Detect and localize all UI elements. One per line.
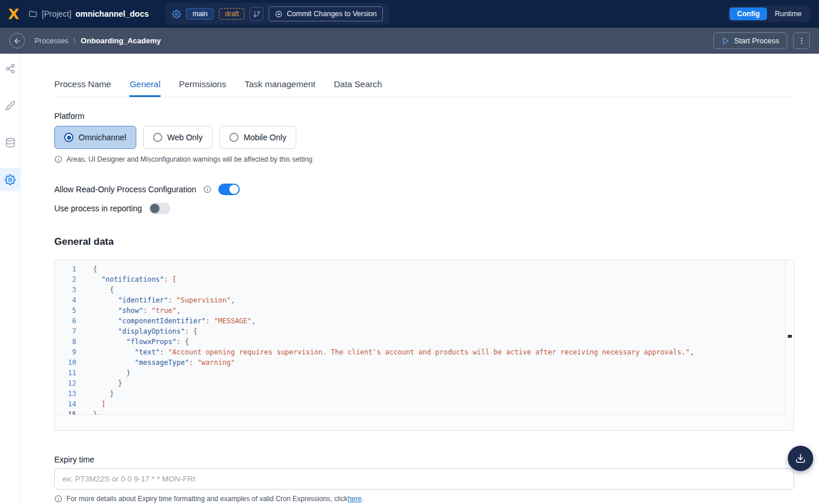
expiry-label: Expiry time <box>54 455 794 464</box>
line-number: 4 <box>55 295 76 305</box>
code-line: 14 ] <box>55 399 794 409</box>
code-line-content: "identifier": "Supervision", <box>76 295 235 305</box>
code-line-content: { <box>76 285 114 295</box>
code-area[interactable]: 1{2 "notifications": [3 {4 "identifier":… <box>55 260 794 420</box>
radio-icon <box>229 133 239 142</box>
platform-option-web-only[interactable]: Web Only <box>143 126 213 149</box>
project-title: [Project] omnichannel_docs <box>28 9 148 18</box>
json-editor[interactable]: 1{2 "notifications": [3 {4 "identifier":… <box>54 259 794 431</box>
reporting-toggle[interactable] <box>149 203 170 214</box>
code-line: 3 { <box>55 285 794 295</box>
code-line: 4 "identifier": "Supervision", <box>55 295 794 305</box>
code-line-content: ] <box>76 399 106 409</box>
start-process-label: Start Process <box>734 36 779 45</box>
kebab-menu-icon <box>798 37 806 45</box>
hierarchy-icon <box>5 64 16 74</box>
line-number: 14 <box>55 399 76 409</box>
start-process-button[interactable]: Start Process <box>713 32 787 49</box>
info-icon <box>54 155 62 163</box>
git-branch-icon <box>253 10 260 18</box>
code-line: 1{ <box>55 264 794 274</box>
scrollbar-thumb[interactable] <box>788 335 792 338</box>
left-sidebar <box>0 54 21 504</box>
platform-options: OmnichannelWeb OnlyMobile Only <box>54 126 794 149</box>
toggle-knob <box>150 204 159 213</box>
code-line: 10 "messageType": "warning" <box>55 357 794 368</box>
runtime-mode-button[interactable]: Runtime <box>767 8 809 20</box>
platform-label: Platform <box>54 111 794 121</box>
readonly-config-toggle[interactable] <box>218 184 240 195</box>
code-line-content: "messageType": "warning" <box>76 357 235 368</box>
branch-actions-button[interactable] <box>250 7 263 21</box>
editor-scrollbar[interactable] <box>786 260 794 415</box>
code-line-content: "notifications": [ <box>76 274 177 285</box>
code-line: 9 "text": "Account opening requires supe… <box>55 347 794 357</box>
more-options-button[interactable] <box>793 32 810 49</box>
process-header-bar: Processes \ Onboarding_Academy Start Pro… <box>0 28 819 54</box>
tab-general[interactable]: General <box>129 79 160 97</box>
breadcrumb-processes[interactable]: Processes <box>35 37 68 45</box>
sidebar-item-settings[interactable] <box>0 168 21 191</box>
commit-target-icon <box>275 10 282 18</box>
config-mode-button[interactable]: Config <box>729 8 768 20</box>
paintbrush-icon <box>5 100 16 111</box>
line-number: 3 <box>55 285 76 295</box>
commit-changes-button[interactable]: Commit Changes to Version <box>269 6 383 21</box>
line-number: 7 <box>55 326 76 337</box>
tab-data-search[interactable]: Data Search <box>334 79 382 97</box>
code-line-content: { <box>76 264 97 274</box>
folder-icon <box>28 9 38 18</box>
breadcrumb-separator: \ <box>73 37 75 45</box>
line-number: 1 <box>55 264 76 274</box>
version-settings-gear-icon[interactable] <box>172 10 181 18</box>
line-number: 13 <box>55 389 76 399</box>
line-number: 10 <box>55 357 76 368</box>
line-number: 12 <box>55 378 76 389</box>
cron-docs-link[interactable]: here <box>348 495 362 503</box>
tab-process-name[interactable]: Process Name <box>54 79 111 97</box>
platform-option-mobile-only[interactable]: Mobile Only <box>219 126 296 149</box>
platform-option-label: Omnichannel <box>79 133 126 142</box>
tab-permissions[interactable]: Permissions <box>179 79 226 97</box>
flowx-logo[interactable]: X <box>8 7 19 21</box>
platform-option-label: Web Only <box>167 133 203 142</box>
general-data-heading: General data <box>54 236 794 248</box>
platform-section: Platform OmnichannelWeb OnlyMobile Only … <box>54 111 794 163</box>
code-line-content: } <box>76 368 131 378</box>
line-number: 9 <box>55 347 76 357</box>
expiry-section: Expiry time For more details about Expir… <box>54 455 794 503</box>
settings-panel: Process NameGeneralPermissionsTask manag… <box>21 54 819 504</box>
readonly-config-label: Allow Read-Only Process Configuration <box>54 185 196 194</box>
expiry-time-input[interactable] <box>54 468 794 490</box>
reporting-label: Use process in reporting <box>54 204 142 213</box>
toggle-knob <box>229 185 239 194</box>
version-control-bar: main draft Commit Changes to Version <box>166 3 389 25</box>
line-number: 11 <box>55 368 76 378</box>
import-icon <box>795 453 806 464</box>
sidebar-item-process-hierarchy[interactable] <box>0 57 21 80</box>
mode-toggle: Config Runtime <box>728 6 811 22</box>
sidebar-item-designer[interactable] <box>0 94 21 117</box>
cron-info-prefix: For more details about Expiry time forma… <box>66 495 348 503</box>
sidebar-item-data[interactable] <box>0 131 21 154</box>
project-prefix: [Project] <box>42 9 71 18</box>
code-line: 6 "componentIdentifier": "MESSAGE", <box>55 316 794 326</box>
code-line: 7 "displayOptions": { <box>55 326 794 337</box>
top-bar: X [Project] omnichannel_docs main draft <box>0 0 819 28</box>
code-line: 5 "show": "true", <box>55 305 794 316</box>
back-arrow-icon <box>13 37 21 45</box>
line-number: 2 <box>55 274 76 285</box>
info-icon[interactable] <box>203 185 211 193</box>
platform-option-omnichannel[interactable]: Omnichannel <box>54 126 136 149</box>
draft-badge[interactable]: draft <box>219 8 244 20</box>
line-number: 6 <box>55 316 76 326</box>
import-fab-button[interactable] <box>788 446 813 471</box>
tab-task-management[interactable]: Task management <box>244 79 315 97</box>
code-line-content: "show": "true", <box>76 305 181 316</box>
branch-badge[interactable]: main <box>186 8 214 20</box>
readonly-config-row: Allow Read-Only Process Configuration <box>54 184 794 195</box>
back-button[interactable] <box>9 33 25 48</box>
code-line-content: } <box>76 378 122 389</box>
code-line: 2 "notifications": [ <box>55 274 794 285</box>
play-icon <box>721 37 729 45</box>
